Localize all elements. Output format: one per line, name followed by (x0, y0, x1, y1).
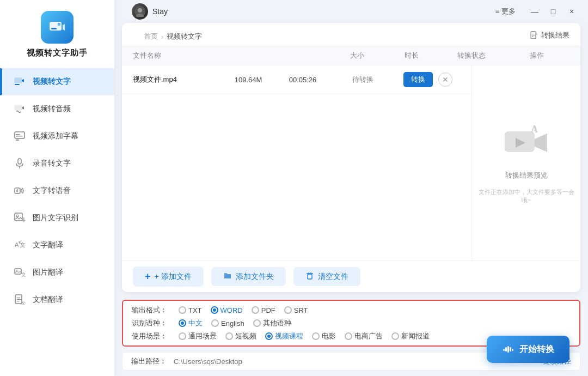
table-row: 视频文件.mp4 109.64M 00:05:26 待转换 转换 ✕ (122, 65, 471, 94)
scene-news-radio[interactable] (391, 332, 399, 340)
cell-duration: 00:05:26 (275, 76, 330, 84)
add-file-button[interactable]: + + 添加文件 (133, 266, 204, 287)
sidebar-item-label-video-to-text: 视频转文字 (33, 77, 71, 87)
scene-video-course-radio[interactable] (265, 332, 273, 340)
scene-general-label: 通用场景 (188, 331, 217, 341)
sidebar-item-label-video-to-audio: 视频转音频 (33, 104, 71, 114)
app-logo (41, 11, 74, 44)
output-path-input[interactable] (174, 357, 537, 366)
cell-filename: 视频文件.mp4 (133, 75, 221, 84)
format-pdf-radio[interactable] (252, 306, 259, 314)
sidebar-item-image-text-recognition[interactable]: 图片文字识别 (0, 204, 114, 232)
format-word-label: WORD (220, 306, 243, 314)
table-body: 视频文件.mp4 109.64M 00:05:26 待转换 转换 ✕ (122, 65, 580, 260)
format-txt-label: TXT (188, 306, 202, 314)
svg-rect-6 (15, 132, 24, 138)
scene-general[interactable]: 通用场景 (179, 331, 217, 341)
format-txt[interactable]: TXT (179, 306, 202, 314)
svg-rect-33 (532, 37, 534, 37)
svg-rect-4 (15, 84, 20, 85)
lang-zh-label: 中文 (188, 318, 203, 328)
language-row: 识别语种： 中文 English 其他语种 (132, 318, 571, 328)
svg-rect-32 (532, 35, 535, 36)
sidebar-item-text-to-speech[interactable]: 文字转语音 (0, 177, 114, 204)
format-pdf-label: PDF (261, 306, 275, 314)
delete-button[interactable]: ✕ (438, 72, 452, 87)
start-convert-label: 开始转换 (519, 344, 554, 355)
scene-ecommerce[interactable]: 电商广告 (345, 331, 383, 341)
format-word-radio[interactable] (211, 306, 218, 314)
convert-result-button[interactable]: 转换结果 (530, 31, 569, 40)
lang-other[interactable]: 其他语种 (253, 318, 291, 328)
scene-movie[interactable]: 电影 (312, 331, 336, 341)
scene-ecommerce-radio[interactable] (345, 332, 352, 340)
lang-other-radio[interactable] (253, 319, 261, 327)
scene-short-video[interactable]: 短视频 (225, 331, 256, 341)
scene-movie-radio[interactable] (312, 332, 320, 340)
start-convert-button[interactable]: 开始转换 (487, 336, 569, 363)
maximize-button[interactable]: □ (546, 5, 561, 17)
format-pdf[interactable]: PDF (252, 306, 275, 314)
close-button[interactable]: × (564, 5, 579, 17)
scene-video-course[interactable]: 视频课程 (265, 331, 303, 341)
breadcrumb-current: 视频转文字 (167, 32, 202, 41)
video-add-subtitle-icon (12, 129, 27, 144)
scene-news[interactable]: 新闻报道 (391, 331, 430, 341)
lang-en-radio[interactable] (211, 319, 219, 327)
sidebar-item-label-image-translate: 图片翻译 (33, 268, 63, 277)
titlebar: Stay ≡ 更多 — □ × (114, 0, 588, 23)
lang-zh[interactable]: 中文 (179, 318, 203, 328)
lang-other-label: 其他语种 (263, 318, 291, 328)
sidebar-item-audio-to-text[interactable]: 录音转文字 (0, 150, 114, 177)
sidebar-item-video-to-audio[interactable]: 视频转音频 (0, 95, 114, 123)
sidebar-item-video-add-subtitle[interactable]: 视频添加字幕 (0, 123, 114, 150)
sidebar-item-label-audio-to-text: 录音转文字 (33, 159, 71, 168)
content-card: 首页 › 视频转文字 转换结果 文件名称 大小 时长 (122, 23, 580, 292)
lang-en[interactable]: English (211, 319, 244, 328)
breadcrumb: 首页 › 视频转文字 (133, 26, 213, 45)
app-name: 视频转文字助手 (27, 48, 88, 58)
preview-label: 转换结果预览 (505, 171, 548, 180)
sidebar-item-doc-translate[interactable]: 文 文档翻译 (0, 286, 114, 313)
bottom-buttons: + + 添加文件 添加文件夹 (122, 260, 580, 292)
sidebar-item-text-translate[interactable]: A 文 文字翻译 (0, 232, 114, 259)
waveform-icon (502, 343, 514, 355)
svg-rect-42 (505, 347, 507, 351)
avatar (132, 3, 148, 20)
add-folder-button[interactable]: 添加文件夹 (211, 267, 286, 286)
col-header-ops: 操作 (504, 51, 569, 60)
table-rows-container: 视频文件.mp4 109.64M 00:05:26 待转换 转换 ✕ (122, 65, 471, 260)
clear-files-label: 清空文件 (318, 272, 348, 282)
svg-rect-41 (503, 349, 505, 351)
svg-rect-5 (15, 105, 22, 110)
svg-rect-16 (21, 220, 26, 221)
format-word[interactable]: WORD (211, 306, 243, 314)
audio-to-text-icon (12, 156, 27, 171)
sidebar-item-video-to-text[interactable]: 视频转文字 (0, 68, 114, 95)
scene-video-course-label: 视频课程 (275, 331, 303, 341)
svg-rect-45 (512, 349, 513, 351)
scene-short-video-radio[interactable] (225, 332, 233, 340)
svg-text:A: A (15, 241, 19, 248)
table-area: 文件名称 大小 时长 转换状态 操作 视频文件.mp4 109.64M 00:0… (122, 46, 580, 260)
col-header-duration: 时长 (384, 51, 439, 60)
lang-zh-radio[interactable] (179, 319, 186, 327)
convert-result-label: 转换结果 (541, 31, 569, 40)
minimize-button[interactable]: — (527, 5, 542, 17)
breadcrumb-sep: › (161, 33, 163, 41)
convert-button[interactable]: 转换 (403, 72, 433, 87)
cell-status: 待转换 (330, 75, 395, 84)
scene-ecommerce-label: 电商广告 (354, 331, 383, 341)
sidebar-item-image-translate[interactable]: 文 图片翻译 (0, 259, 114, 286)
format-srt-radio[interactable] (284, 306, 292, 314)
scene-short-video-label: 短视频 (235, 331, 256, 341)
scene-general-radio[interactable] (179, 332, 186, 340)
breadcrumb-home[interactable]: 首页 (144, 32, 158, 41)
user-area: Stay (132, 3, 168, 20)
menu-button[interactable]: ≡ 更多 (492, 5, 519, 18)
svg-rect-1 (51, 28, 57, 29)
svg-rect-2 (58, 23, 60, 26)
format-srt[interactable]: SRT (284, 306, 308, 314)
format-txt-radio[interactable] (179, 306, 186, 314)
clear-files-button[interactable]: 清空文件 (293, 267, 360, 286)
